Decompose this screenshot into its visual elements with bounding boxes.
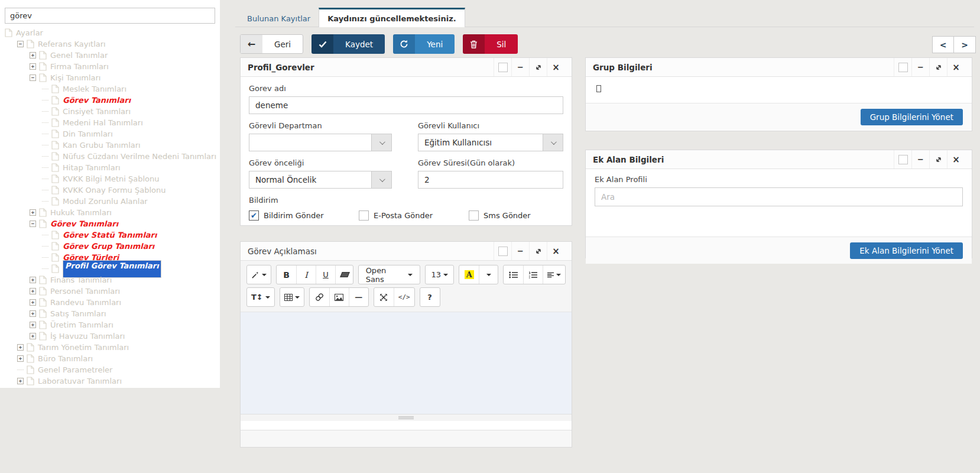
tree-item[interactable]: Nüfus Cüzdanı Verilme Nedeni Tanımları xyxy=(4,151,219,162)
magic-style-button[interactable] xyxy=(247,265,271,284)
panel-expand-button[interactable] xyxy=(929,150,947,169)
panel-collapse-button[interactable]: − xyxy=(911,58,929,76)
tree-item[interactable]: Meslek Tanımları xyxy=(4,83,219,95)
tree-item[interactable]: +Genel Tanımlar xyxy=(4,50,219,61)
panel-expand-button[interactable] xyxy=(529,58,547,76)
tree-item[interactable]: +Firma Tanımları xyxy=(4,61,219,72)
expand-plus-icon[interactable]: + xyxy=(17,378,24,384)
departman-select[interactable] xyxy=(249,134,392,151)
expand-plus-icon[interactable]: + xyxy=(30,209,36,216)
text-color-dropdown[interactable] xyxy=(479,265,498,284)
expand-plus-icon[interactable]: + xyxy=(30,322,36,328)
save-button[interactable]: Kaydet xyxy=(311,34,385,54)
tree-item[interactable]: +Tarım Yönetim Tanımları xyxy=(4,342,219,353)
tree-item[interactable]: Görev Grup Tanımları xyxy=(4,241,219,252)
expand-plus-icon[interactable]: + xyxy=(30,310,36,317)
tree-item[interactable]: +Büro Tanımları xyxy=(4,353,219,364)
tree-item[interactable]: Görev Tanımları xyxy=(4,95,219,106)
unchecked-checkbox-icon[interactable] xyxy=(469,210,479,221)
editor-resize-bar[interactable] xyxy=(241,414,572,421)
tree-item[interactable]: −Referans Kayıtları xyxy=(4,38,219,50)
tree-search-input[interactable] xyxy=(5,8,215,24)
help-button[interactable]: ? xyxy=(420,288,440,306)
tab-editing-record[interactable]: Kaydınızı güncellemektesiniz. xyxy=(319,8,465,27)
insert-image-button[interactable] xyxy=(329,288,349,306)
panel-close-button[interactable]: × xyxy=(547,242,564,260)
insert-table-dropdown[interactable] xyxy=(280,288,304,306)
panel-expand-button[interactable] xyxy=(529,242,547,260)
tree-item[interactable]: +Randevu Tanımları xyxy=(4,297,219,308)
new-button[interactable]: Yeni xyxy=(393,34,455,54)
tab-found-records[interactable]: Bulunan Kayıtlar xyxy=(239,10,319,27)
panel-close-button[interactable]: × xyxy=(947,150,965,169)
delete-button[interactable]: Sil xyxy=(463,34,518,54)
unchecked-checkbox-icon[interactable] xyxy=(359,210,369,221)
ek-alan-profili-input[interactable] xyxy=(595,187,963,206)
tree-item[interactable]: Hitap Tanımları xyxy=(4,162,219,173)
tree-item[interactable]: Profil Görev Tanımları xyxy=(4,263,219,274)
panel-select-checkbox[interactable] xyxy=(894,58,911,76)
text-color-button[interactable]: A xyxy=(459,265,479,284)
clear-format-button[interactable] xyxy=(335,265,353,284)
line-height-dropdown[interactable]: T↕ xyxy=(247,288,274,306)
tree-item[interactable]: +Personel Tanımları xyxy=(4,286,219,297)
panel-collapse-button[interactable]: − xyxy=(911,150,929,169)
collapse-minus-icon[interactable]: − xyxy=(30,74,36,81)
prev-record-button[interactable]: < xyxy=(932,36,954,53)
font-size-dropdown[interactable]: 13 xyxy=(426,265,453,284)
sure-input[interactable] xyxy=(418,171,563,189)
panel-select-checkbox[interactable] xyxy=(894,150,911,169)
tree-item[interactable]: Cinsiyet Tanımları xyxy=(4,106,219,117)
tree-item[interactable]: −Görev Tanımları xyxy=(4,218,219,229)
tree-item[interactable]: +Üretim Tanımları xyxy=(4,319,219,331)
manage-group-info-button[interactable]: Grup Bilgilerini Yönet xyxy=(861,109,963,125)
expand-plus-icon[interactable]: + xyxy=(17,355,24,362)
fullscreen-button[interactable] xyxy=(374,288,394,306)
tree-item[interactable]: KVKK Onay Formu Şablonu xyxy=(4,184,219,196)
panel-close-button[interactable]: × xyxy=(547,58,564,76)
tree-item[interactable]: Genel Parametreler xyxy=(4,364,219,375)
collapse-minus-icon[interactable]: − xyxy=(17,41,24,47)
tree-item[interactable]: Din Tanımları xyxy=(4,128,219,140)
unordered-list-button[interactable] xyxy=(504,265,523,284)
panel-select-checkbox[interactable] xyxy=(494,242,511,260)
chevron-down-icon[interactable] xyxy=(371,171,391,188)
tree-item[interactable]: Görev Statü Tanımları xyxy=(4,229,219,241)
tree-item[interactable]: −Kişi Tanımları xyxy=(4,72,219,83)
oncelik-select[interactable]: Normal Öncelik xyxy=(249,171,392,189)
panel-close-button[interactable]: × xyxy=(947,58,965,76)
insert-hr-button[interactable]: — xyxy=(349,288,368,306)
tree-item[interactable]: Ayarlar xyxy=(4,27,219,38)
panel-collapse-button[interactable]: − xyxy=(511,58,529,76)
underline-button[interactable]: U xyxy=(316,265,335,284)
expand-plus-icon[interactable]: + xyxy=(30,299,36,306)
kullanici-select[interactable]: Eğitim Kullanıcısı xyxy=(418,134,563,151)
paragraph-align-dropdown[interactable] xyxy=(543,265,565,284)
tree-item[interactable]: Kan Grubu Tanımları xyxy=(4,140,219,151)
code-view-button[interactable]: </> xyxy=(394,288,414,306)
panel-select-checkbox[interactable] xyxy=(494,58,511,76)
editor-content-area[interactable] xyxy=(241,312,572,414)
collapse-minus-icon[interactable]: − xyxy=(30,221,36,227)
gorev-adi-input[interactable] xyxy=(249,96,563,114)
tree-item[interactable]: +İş Havuzu Tanımları xyxy=(4,331,219,342)
manage-extra-field-info-button[interactable]: Ek Alan Bilgilerini Yönet xyxy=(850,242,963,259)
tree-item[interactable]: Modul Zorunlu Alanlar xyxy=(4,196,219,207)
panel-expand-button[interactable] xyxy=(929,58,947,76)
next-record-button[interactable]: > xyxy=(954,36,976,53)
tree-item[interactable]: +Satış Tanımları xyxy=(4,308,219,319)
expand-plus-icon[interactable]: + xyxy=(17,344,24,351)
expand-plus-icon[interactable]: + xyxy=(30,63,36,70)
chevron-down-icon[interactable] xyxy=(371,134,391,151)
insert-link-button[interactable] xyxy=(310,288,329,306)
tree-item[interactable]: +Laboratuvar Tanımları xyxy=(4,375,219,387)
tree-item[interactable]: +Finans Tanımları xyxy=(4,274,219,286)
back-button[interactable]: ← Geri xyxy=(240,34,303,54)
ordered-list-button[interactable] xyxy=(523,265,543,284)
panel-collapse-button[interactable]: − xyxy=(511,242,529,260)
expand-plus-icon[interactable]: + xyxy=(30,288,36,294)
expand-plus-icon[interactable]: + xyxy=(30,277,36,283)
expand-plus-icon[interactable]: + xyxy=(30,52,36,59)
font-family-dropdown[interactable]: Open Sans xyxy=(359,265,420,284)
italic-button[interactable]: I xyxy=(296,265,316,284)
